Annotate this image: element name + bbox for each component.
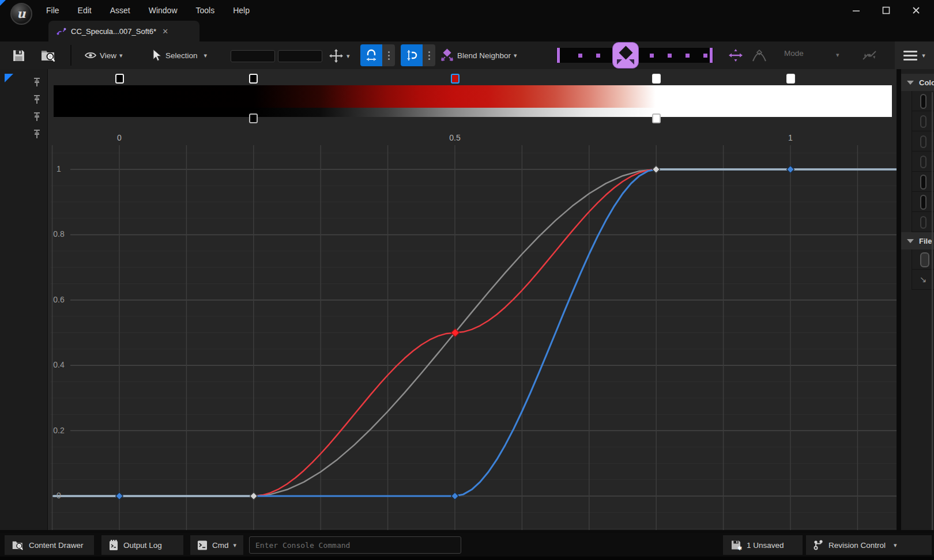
y-axis-tick-label: 0.6 [51, 295, 67, 304]
y-axis-tick-label: 0.4 [51, 360, 67, 369]
window-bottom-edge [0, 557, 934, 560]
cursor-icon [150, 48, 163, 62]
snap-time-toggle[interactable] [360, 44, 382, 66]
content-drawer-icon [12, 539, 24, 551]
mode-dropdown[interactable]: Mode [784, 49, 804, 58]
key-value-input[interactable] [278, 50, 322, 62]
sidebar-row[interactable] [901, 212, 934, 232]
toolbar-overflow-menu[interactable]: ▾ [895, 41, 934, 69]
revision-control-button[interactable]: Revision Control ▾ [806, 535, 932, 555]
unsaved-button[interactable]: ✱ 1 Unsaved [723, 535, 803, 555]
chevron-down-icon: ▾ [347, 52, 350, 60]
slider-tick [668, 54, 672, 58]
sidebar-section-color[interactable]: Color [901, 74, 934, 91]
sidebar-scrollbar[interactable] [932, 92, 933, 530]
sidebar-row[interactable] [901, 172, 934, 192]
x-axis-tick-label: 0.5 [443, 133, 466, 142]
key-time-input[interactable] [231, 50, 275, 62]
sidebar-row[interactable] [901, 192, 934, 212]
toggle-pill[interactable] [920, 156, 927, 168]
menu-tools[interactable]: Tools [187, 0, 224, 21]
status-bar: Content Drawer Output Log Cmd ▾ ✱ 1 Unsa… [0, 533, 934, 557]
sidebar-row[interactable] [901, 111, 934, 131]
chevron-down-icon: ▾ [119, 52, 123, 59]
unreal-logo[interactable]: u [10, 3, 32, 25]
slider-tick [686, 54, 690, 58]
menu-file[interactable]: File [37, 0, 69, 21]
output-log-button[interactable]: Output Log [101, 535, 183, 555]
slider-right-cap [710, 48, 713, 63]
chevron-down-icon: ▾ [514, 52, 517, 59]
tab-asset[interactable]: CC_Specula...007_Soft6* ✕ [48, 21, 199, 41]
snap-value-options-menu[interactable] [423, 44, 435, 66]
toggle-pill[interactable] [920, 195, 927, 210]
selection-dropdown[interactable]: Selection ▾ [150, 48, 207, 62]
menu-asset[interactable]: Asset [101, 0, 140, 21]
maximize-button[interactable] [879, 3, 894, 17]
content-drawer-button[interactable]: Content Drawer [5, 535, 94, 555]
arrow-left-icon [617, 59, 622, 65]
cmd-dropdown[interactable]: Cmd ▾ [190, 535, 243, 555]
blend-falloff-slider[interactable] [556, 48, 713, 63]
minimize-button[interactable] [849, 3, 864, 17]
row-label-cell [901, 249, 912, 270]
sidebar-row[interactable] [901, 131, 934, 152]
blend-slider-handle[interactable] [612, 42, 639, 69]
unsaved-label: 1 Unsaved [747, 541, 784, 550]
console-command-input[interactable] [249, 536, 461, 554]
sidebar-row[interactable]: ↘ [901, 270, 934, 290]
expand-arrow-icon[interactable]: ↘ [920, 274, 927, 285]
toggle-pill[interactable] [920, 94, 927, 109]
blend-neighbor-icon [439, 48, 454, 63]
break-tangents-button[interactable] [861, 48, 878, 66]
view-dropdown[interactable]: View ▾ [84, 49, 123, 62]
blend-neighbor-dropdown[interactable]: Blend Neighbor ▾ [439, 48, 517, 63]
hamburger-icon [903, 48, 917, 63]
menu-help[interactable]: Help [224, 0, 259, 21]
purple-move-arrows-icon [728, 48, 744, 63]
row-label-cell [901, 172, 912, 192]
close-button[interactable] [909, 3, 924, 17]
browse-to-asset-button[interactable] [40, 48, 57, 63]
row-label-cell [901, 152, 912, 172]
row-label-cell [901, 111, 912, 131]
toggle-pill[interactable] [920, 135, 927, 148]
selection-label: Selection [165, 51, 198, 60]
y-axis-tick-label: 1 [51, 164, 67, 173]
sidebar-section-file[interactable]: File [901, 232, 934, 249]
sidebar-row[interactable] [901, 91, 934, 111]
snap-time-icon [364, 48, 378, 63]
transform-tool-dropdown[interactable]: ▾ [329, 48, 350, 63]
tangent-mode-button[interactable] [751, 49, 767, 65]
slider-tick [703, 54, 707, 58]
mode-chevron-icon[interactable]: ▾ [836, 51, 839, 59]
snap-time-options-menu[interactable] [382, 44, 395, 66]
y-axis-tick-label: 0.8 [51, 229, 67, 239]
menu-edit[interactable]: Edit [69, 0, 101, 21]
tab-close-icon[interactable]: ✕ [162, 27, 168, 36]
revision-control-icon [813, 539, 824, 551]
row-label-cell [901, 91, 912, 111]
slider-tick [596, 54, 600, 58]
sidebar-row[interactable] [901, 249, 934, 270]
toolbar-separator [70, 45, 71, 66]
y-axis-tick-label: 0 [51, 491, 67, 500]
maximize-icon [882, 6, 890, 14]
output-log-icon [108, 539, 119, 551]
chevron-down-icon: ▾ [894, 542, 897, 549]
menu-window[interactable]: Window [140, 0, 187, 21]
chevron-down-icon: ▾ [233, 542, 236, 549]
row-label-cell [901, 131, 912, 152]
menu-bar: FileEditAssetWindowToolsHelp [37, 0, 259, 21]
toggle-pill[interactable] [920, 216, 927, 229]
toggle-pill[interactable] [920, 115, 927, 128]
save-button[interactable] [12, 48, 26, 63]
blend-neighbor-label: Blend Neighbor [457, 51, 511, 60]
axis-snap-button[interactable] [728, 48, 744, 65]
sidebar-row[interactable] [901, 152, 934, 172]
toggle-pill[interactable] [920, 252, 929, 267]
toggle-pill[interactable] [920, 175, 927, 190]
snap-value-toggle[interactable] [401, 44, 423, 66]
curve-editor-panel: 00.5110.80.60.40.20 [0, 69, 897, 530]
chevron-down-icon: ▾ [922, 52, 925, 59]
